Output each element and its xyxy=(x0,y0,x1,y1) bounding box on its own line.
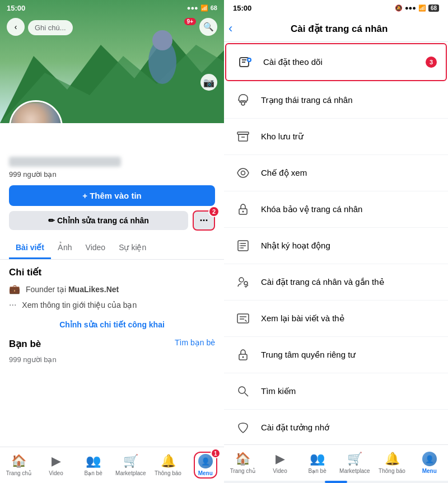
friends-title: Bạn bè xyxy=(9,338,57,350)
details-section: Chi tiết 💼 Founder tại MuaLikes.Net ··· … xyxy=(0,266,224,334)
friends-count-sub: 999 người bạn xyxy=(9,355,57,364)
svg-point-17 xyxy=(242,211,244,213)
video-icon-left: ▶ xyxy=(52,454,61,468)
review-icon xyxy=(233,308,253,329)
view-mode-label: Chế độ xem xyxy=(261,168,307,178)
note-placeholder[interactable]: Ghi chú... xyxy=(28,20,73,35)
find-friends-link[interactable]: Tìm bạn bè xyxy=(175,338,215,347)
camera-icon[interactable]: 📷 xyxy=(200,74,217,91)
menu-badge-left: 1 xyxy=(211,448,221,458)
r-nav-marketplace[interactable]: 🛒 Marketplace xyxy=(336,452,374,474)
time-left: 15:00 xyxy=(7,4,25,12)
svg-point-29 xyxy=(244,282,248,285)
tab-events[interactable]: Sự kiện xyxy=(112,237,153,259)
notifications-icon-left: 🔔 xyxy=(161,454,176,468)
tab-posts[interactable]: Bài viết xyxy=(9,237,51,259)
review-label: Xem lại bài viết và thẻ xyxy=(261,313,344,323)
bottom-nav-right: 🏠 Trang chủ ▶ Video 👥 Bạn bè 🛒 Marketpla… xyxy=(224,444,448,481)
nav-marketplace-label-left: Marketplace xyxy=(115,470,146,476)
search-settings-label: Tìm kiếm xyxy=(261,386,296,396)
tab-videos[interactable]: Video xyxy=(79,237,113,259)
r-nav-home[interactable]: 🏠 Trang chủ xyxy=(224,452,262,474)
settings-item-status[interactable]: Trạng thái trang cá nhân xyxy=(224,82,448,119)
lock-icon xyxy=(233,199,253,219)
r-nav-video[interactable]: ▶ Video xyxy=(262,452,299,474)
settings-item-lock[interactable]: Khóa bảo vệ trang cá nhân xyxy=(224,191,448,228)
nav-menu-left[interactable]: 👤 Menu 1 xyxy=(186,452,224,479)
status-icons-right: 🔕 ●●● 📶 68 xyxy=(395,4,439,12)
r-nav-menu[interactable]: 👤 Menu xyxy=(410,452,448,474)
page-title-right: Cài đặt trang cá nhân xyxy=(239,23,439,35)
memorial-icon xyxy=(233,418,253,438)
nav-friends-left[interactable]: 👥 Bạn bè xyxy=(74,454,112,476)
friends-header: Bạn bè 999 người bạn Tìm bạn bè xyxy=(9,338,215,364)
follow-label: Cài đặt theo dõi xyxy=(263,57,323,67)
activity-label: Nhật ký hoạt động xyxy=(261,241,330,251)
profile-name-blurred xyxy=(9,157,121,167)
profile-content: 999 người bạn + Thêm vào tin ✏ Chỉnh sửa… xyxy=(0,157,224,237)
settings-item-archive[interactable]: Kho lưu trữ xyxy=(224,119,448,155)
more-info-icon: ··· xyxy=(9,300,16,310)
profile-status-label: Trạng thái trang cá nhân xyxy=(261,95,353,105)
settings-item-tagging[interactable]: Cài đặt trang cá nhân và gắn thẻ xyxy=(224,264,448,301)
battery-text-right: 68 xyxy=(428,4,439,12)
r-menu-icon: 👤 xyxy=(422,452,437,466)
follow-icon xyxy=(235,52,255,72)
settings-item-search[interactable]: Tìm kiếm xyxy=(224,373,448,410)
right-panel: 15:00 🔕 ●●● 📶 68 ‹ Cài đặt trang cá nhân xyxy=(224,0,448,483)
edit-row: ✏ Chỉnh sửa trang cá nhân ··· 2 xyxy=(9,210,215,231)
friends-icon-left: 👥 xyxy=(86,454,101,468)
memorial-label: Cài đặt tưởng nhớ xyxy=(261,423,329,433)
nav-home-left[interactable]: 🏠 Trang chủ xyxy=(0,454,38,476)
edit-profile-button[interactable]: ✏ Chỉnh sửa trang cá nhân xyxy=(9,211,188,230)
r-home-icon: 🏠 xyxy=(235,452,250,466)
r-friends-icon: 👥 xyxy=(310,452,325,466)
settings-item-activity[interactable]: Nhật ký hoạt động xyxy=(224,228,448,264)
friends-section: Bạn bè 999 người bạn Tìm bạn bè xyxy=(0,338,224,366)
settings-item-follow[interactable]: Cài đặt theo dõi 3 xyxy=(225,43,447,81)
svg-rect-13 xyxy=(239,134,248,141)
cover-back-button[interactable]: ‹ xyxy=(7,18,25,36)
settings-item-review[interactable]: Xem lại bài viết và thẻ xyxy=(224,301,448,337)
status-icon xyxy=(233,90,253,110)
r-notifications-icon: 🔔 xyxy=(385,452,400,466)
detail-work: 💼 Founder tại MuaLikes.Net xyxy=(9,284,215,294)
detail-info: ··· Xem thông tin giới thiệu của bạn xyxy=(9,300,215,310)
r-nav-notifications[interactable]: 🔔 Thông báo xyxy=(374,452,411,474)
nav-menu-label-left: Menu xyxy=(198,470,213,476)
archive-label: Kho lưu trữ xyxy=(261,132,304,142)
home-icon-left: 🏠 xyxy=(11,454,26,468)
battery-icon-left: 68 xyxy=(211,4,217,11)
search-icon-cover[interactable]: 🔍 xyxy=(199,18,217,36)
more-button-wrapper: ··· 2 xyxy=(193,210,215,231)
nav-marketplace-left[interactable]: 🛒 Marketplace xyxy=(112,454,150,476)
more-badge: 2 xyxy=(208,206,220,217)
nav-notifications-label-left: Thông báo xyxy=(155,470,181,476)
wifi-icon-left: 📶 xyxy=(200,4,208,12)
avatar xyxy=(9,100,63,123)
tagging-label: Cài đặt trang cá nhân và gắn thẻ xyxy=(261,277,384,287)
svg-point-15 xyxy=(241,171,245,175)
back-button-right[interactable]: ‹ xyxy=(228,21,232,36)
nav-notifications-left[interactable]: 🔔 Thông báo xyxy=(150,454,187,476)
friends-count-main: 999 người bạn xyxy=(9,170,215,179)
add-friend-button[interactable]: + Thêm vào tin xyxy=(9,185,215,206)
time-right: 15:00 xyxy=(233,4,251,12)
marketplace-icon-left: 🛒 xyxy=(123,454,138,468)
edit-public-details-button[interactable]: Chỉnh sửa chi tiết công khai xyxy=(9,316,215,334)
settings-item-memorial[interactable]: Cài đặt tưởng nhớ xyxy=(224,410,448,444)
settings-item-privacy[interactable]: Trung tâm quyền riêng tư xyxy=(224,337,448,373)
company-name: MuaLikes.Net xyxy=(68,285,119,294)
tab-photos[interactable]: Ảnh xyxy=(51,237,79,259)
svg-point-27 xyxy=(239,278,244,282)
settings-item-view-mode[interactable]: Chế độ xem xyxy=(224,155,448,191)
r-video-label: Video xyxy=(273,468,287,474)
tagging-icon xyxy=(233,272,253,292)
lock-label: Khóa bảo vệ trang cá nhân xyxy=(261,204,362,214)
svg-point-11 xyxy=(241,102,245,105)
nav-video-left[interactable]: ▶ Video xyxy=(38,454,75,476)
mute-icon: 🔕 xyxy=(395,4,403,12)
svg-line-37 xyxy=(245,393,248,396)
r-nav-friends[interactable]: 👥 Bạn bè xyxy=(298,452,336,474)
activity-icon xyxy=(233,236,253,256)
